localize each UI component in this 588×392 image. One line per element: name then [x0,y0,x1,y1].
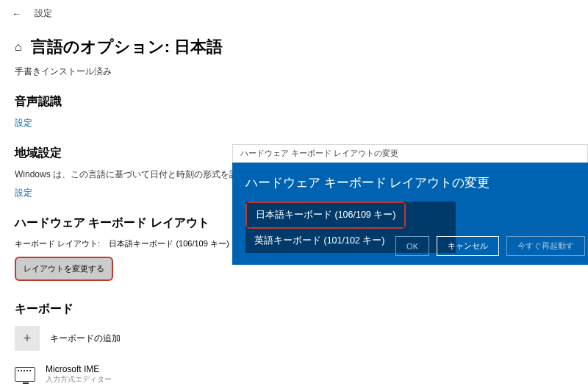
add-keyboard-row[interactable]: + キーボードの追加 [0,321,588,355]
ime-texts: Microsoft IME 入力方式エディター [46,364,112,385]
home-icon[interactable]: ⌂ [15,40,22,54]
speech-settings-link[interactable]: 設定 [0,114,588,140]
plus-icon[interactable]: + [15,326,40,351]
speech-heading: 音声認識 [0,88,588,114]
kb-layout-label: キーボード レイアウト: [15,239,100,248]
header: ← 設定 [0,0,588,27]
restart-button[interactable]: 今すぐ再起動す [506,236,585,256]
page-title: 言語のオプション: 日本語 [31,36,223,58]
cancel-button[interactable]: キャンセル [437,236,499,256]
page-subtitle: 手書きインストール済み [0,63,588,88]
dialog-buttons: OK キャンセル 今すぐ再起動す [395,236,588,256]
back-arrow-icon[interactable]: ← [12,8,21,19]
dialog-heading: ハードウェア キーボード レイアウトの変更 [245,174,575,191]
keyboard-icon [15,367,35,382]
dialog-body: ハードウェア キーボード レイアウトの変更 日本語キーボード (106/109 … [232,163,588,265]
page-title-row: ⌂ 言語のオプション: 日本語 [0,27,588,63]
ok-button[interactable]: OK [395,236,429,256]
kb-layout-value: 日本語キーボード (106/109 キー) [109,239,229,248]
ime-name: Microsoft IME [46,364,112,374]
keyboard-heading: キーボード [0,285,588,321]
ime-row[interactable]: Microsoft IME 入力方式エディター [0,355,588,392]
header-title: 設定 [35,7,52,20]
ime-desc: 入力方式エディター [46,374,112,385]
add-keyboard-label: キーボードの追加 [50,332,121,345]
dialog-titlebar[interactable]: ハードウェア キーボード レイアウトの変更 [232,144,588,163]
dialog: ハードウェア キーボード レイアウトの変更 ハードウェア キーボード レイアウト… [232,144,588,265]
dropdown-option-jp[interactable]: 日本語キーボード (106/109 キー) [247,203,404,227]
change-layout-button[interactable]: レイアウトを変更する [15,257,113,281]
